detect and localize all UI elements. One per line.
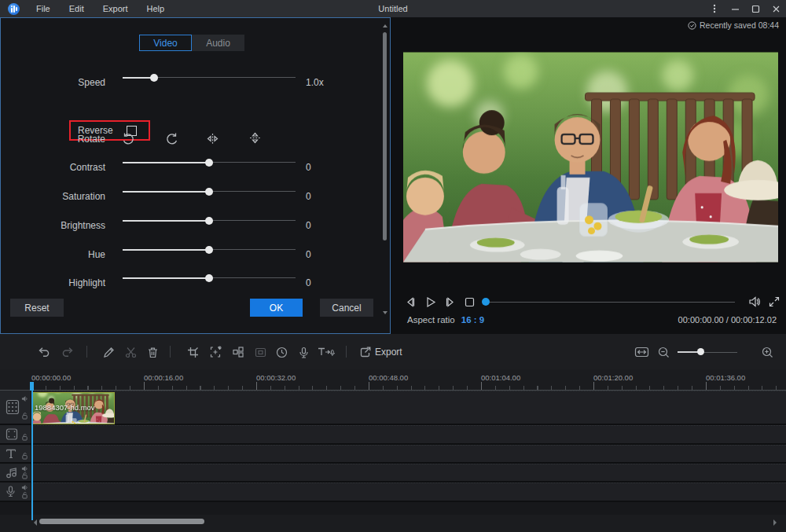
text-track-row	[0, 445, 786, 464]
playhead-line	[31, 391, 33, 520]
highlight-slider[interactable]	[123, 273, 296, 283]
video-preview	[403, 52, 778, 262]
voiceover-track-header	[0, 482, 31, 501]
track-lock-icon[interactable]	[21, 412, 28, 420]
saved-status: Recently saved 08:44	[688, 20, 779, 30]
timeline-hscrollbar[interactable]	[0, 515, 786, 532]
saturation-slider[interactable]	[123, 187, 296, 196]
play-button[interactable]	[421, 293, 439, 310]
delete-trash-icon[interactable]	[145, 344, 160, 360]
reset-button[interactable]: Reset	[10, 299, 64, 317]
rotate-left-icon[interactable]	[119, 130, 136, 147]
zoom-in-icon[interactable]	[759, 344, 775, 360]
cut-scissors-icon[interactable]	[123, 344, 138, 360]
mic-track-icon	[5, 485, 17, 498]
previous-frame-button[interactable]	[402, 293, 419, 310]
redo-icon[interactable]	[60, 344, 75, 360]
brightness-label: Brightness	[1, 220, 105, 231]
crop-icon[interactable]	[185, 344, 200, 360]
timeline-toolbar: Export	[0, 334, 786, 369]
text-track-header	[0, 445, 31, 462]
brightness-slider[interactable]	[123, 216, 296, 226]
speed-label: Speed	[1, 77, 105, 88]
volume-icon[interactable]	[746, 293, 763, 310]
timeline-zoom-slider[interactable]	[678, 344, 737, 360]
track-mute-icon[interactable]	[21, 484, 28, 491]
contrast-slider[interactable]	[123, 158, 296, 167]
window-title: Untitled	[0, 4, 786, 13]
minimize-icon[interactable]	[725, 0, 745, 17]
track-lock-icon[interactable]	[21, 433, 28, 441]
close-icon[interactable]	[766, 0, 786, 17]
saved-check-icon	[688, 21, 696, 30]
duration-clock-icon[interactable]	[274, 344, 289, 360]
tab-audio[interactable]: Audio	[192, 35, 244, 51]
track-lock-icon[interactable]	[21, 471, 28, 479]
playhead-handle[interactable]	[30, 382, 34, 391]
saturation-slider-knob[interactable]	[205, 188, 213, 196]
tab-video[interactable]: Video	[139, 35, 192, 51]
track-mute-icon[interactable]	[21, 395, 28, 402]
flip-horizontal-icon[interactable]	[204, 130, 221, 147]
next-frame-button[interactable]	[441, 293, 458, 310]
video-track-row: 19884307-hd.mov	[0, 391, 786, 425]
aspect-ratio-value[interactable]: 16 : 9	[461, 315, 484, 325]
pip-track-row	[0, 425, 786, 445]
brightness-value: 0	[306, 220, 311, 231]
scroll-up-icon[interactable]	[383, 24, 387, 28]
speed-slider[interactable]	[123, 73, 296, 83]
fit-timeline-icon[interactable]	[634, 344, 649, 360]
more-menu-icon[interactable]	[704, 0, 725, 17]
timeline-ruler[interactable]: 00:00:00.00 00:00:16.00 00:00:32.00 00:0…	[0, 369, 786, 391]
brightness-slider-knob[interactable]	[205, 217, 213, 225]
overlay-icon[interactable]	[252, 344, 268, 360]
stop-button[interactable]	[461, 293, 478, 310]
voiceover-mic-icon[interactable]	[296, 344, 311, 360]
scroll-left-icon[interactable]	[34, 519, 37, 526]
video-clip[interactable]: 19884307-hd.mov	[31, 392, 115, 424]
seek-bar[interactable]	[483, 293, 735, 310]
ruler-label: 00:00:48.00	[369, 373, 408, 382]
panel-scrollbar[interactable]	[382, 23, 387, 328]
preview-panel: Recently saved 08:44	[391, 17, 786, 334]
text-track-body	[31, 445, 786, 462]
maximize-icon[interactable]	[745, 0, 766, 17]
scroll-right-icon[interactable]	[773, 519, 777, 526]
zoom-out-icon[interactable]	[656, 344, 671, 360]
track-lock-icon[interactable]	[21, 491, 28, 499]
highlight-label: Highlight	[1, 277, 105, 288]
text-to-speech-icon[interactable]	[316, 344, 336, 360]
freeze-frame-icon[interactable]	[208, 344, 223, 360]
music-track-body	[31, 464, 786, 481]
track-lock-icon[interactable]	[21, 452, 28, 460]
mosaic-icon[interactable]	[230, 344, 246, 360]
picture-track-icon	[5, 427, 19, 441]
ok-button[interactable]: OK	[250, 299, 303, 317]
contrast-slider-knob[interactable]	[205, 159, 213, 167]
ruler-label: 00:00:32.00	[256, 373, 296, 382]
scroll-down-icon[interactable]	[383, 311, 387, 314]
timeline-zoom-knob[interactable]	[697, 348, 704, 355]
hue-slider-knob[interactable]	[205, 246, 213, 254]
hue-slider[interactable]	[123, 245, 296, 255]
ruler-ticks	[31, 382, 786, 390]
fullscreen-icon[interactable]	[766, 293, 783, 310]
speed-slider-knob[interactable]	[150, 74, 158, 82]
ruler-label: 00:01:20.00	[593, 373, 633, 382]
edit-pencil-icon[interactable]	[101, 344, 116, 360]
rotate-right-icon[interactable]	[163, 130, 181, 147]
highlight-slider-knob[interactable]	[205, 274, 213, 282]
panel-scrollbar-thumb[interactable]	[383, 32, 387, 240]
ruler-label: 00:00:16.00	[144, 373, 183, 382]
seek-handle[interactable]	[482, 298, 490, 306]
flip-vertical-icon[interactable]	[246, 129, 263, 146]
contrast-value: 0	[306, 162, 311, 173]
cancel-button[interactable]: Cancel	[320, 299, 373, 317]
export-label[interactable]: Export	[375, 347, 402, 358]
pip-track-header	[0, 425, 31, 443]
undo-icon[interactable]	[36, 344, 52, 360]
preview-frame-image	[403, 52, 778, 262]
aspect-ratio-row: Aspect ratio16 : 9	[407, 315, 484, 325]
hscrollbar-thumb[interactable]	[39, 519, 204, 524]
export-icon[interactable]	[358, 344, 373, 360]
